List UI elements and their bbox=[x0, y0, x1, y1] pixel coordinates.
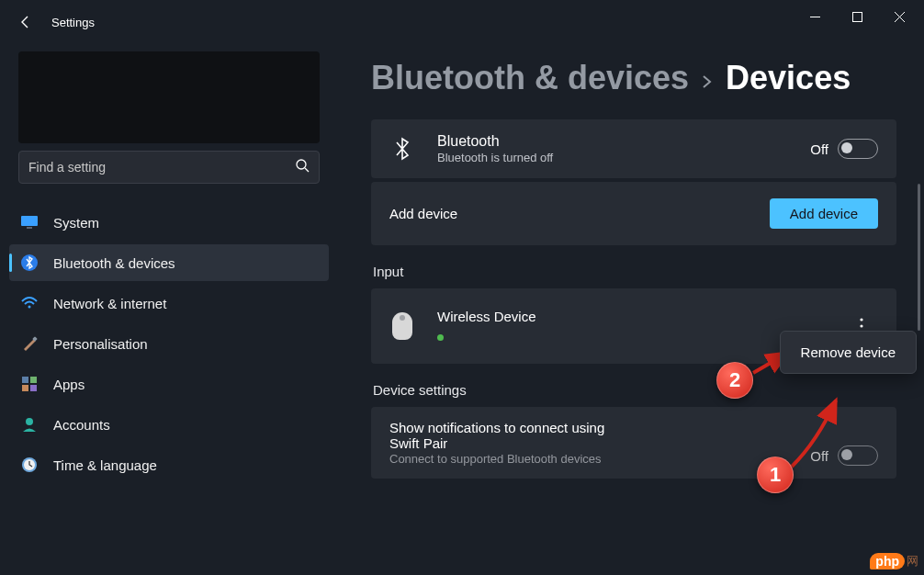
sidebar-item-network[interactable]: Network & internet bbox=[9, 285, 329, 321]
toggle-state-label: Off bbox=[810, 141, 828, 157]
mouse-icon bbox=[389, 312, 415, 340]
nav-list: System Bluetooth & devices Network & int… bbox=[9, 200, 329, 575]
close-button[interactable] bbox=[878, 2, 920, 31]
section-input-title: Input bbox=[373, 264, 896, 279]
content-pane: Bluetooth & devices Devices Bluetooth Bl… bbox=[338, 44, 924, 575]
sidebar-item-accounts[interactable]: Accounts bbox=[9, 406, 329, 443]
annotation-badge-1: 1 bbox=[757, 457, 794, 493]
remove-device-menu-item[interactable]: Remove device bbox=[784, 335, 912, 369]
sidebar-item-label: Network & internet bbox=[53, 296, 166, 311]
sidebar-item-system[interactable]: System bbox=[9, 204, 329, 241]
breadcrumb-current: Devices bbox=[726, 59, 851, 97]
bluetooth-toggle[interactable] bbox=[838, 139, 878, 159]
maximize-button[interactable] bbox=[836, 2, 878, 31]
scrollbar[interactable] bbox=[918, 184, 920, 331]
svg-rect-2 bbox=[21, 216, 38, 226]
add-device-label: Add device bbox=[389, 206, 770, 221]
svg-rect-9 bbox=[22, 385, 28, 391]
minimize-icon bbox=[810, 12, 820, 22]
search-box[interactable] bbox=[18, 151, 320, 184]
sidebar-item-label: Apps bbox=[53, 377, 85, 392]
svg-rect-8 bbox=[30, 377, 37, 383]
sidebar-item-label: Bluetooth & devices bbox=[53, 255, 175, 271]
apps-icon bbox=[20, 375, 39, 393]
search-icon bbox=[295, 158, 310, 176]
status-indicator bbox=[437, 334, 444, 341]
arrow-left-icon bbox=[18, 15, 33, 29]
sidebar-item-label: Personalisation bbox=[53, 336, 148, 352]
minimize-button[interactable] bbox=[794, 2, 836, 31]
svg-point-11 bbox=[26, 418, 33, 425]
app-title: Settings bbox=[51, 16, 95, 29]
bluetooth-icon bbox=[389, 137, 415, 161]
swift-pair-line1: Show notifications to connect using bbox=[389, 420, 810, 435]
swift-pair-sub: Connect to supported Bluetooth devices bbox=[389, 452, 810, 466]
add-device-button[interactable]: Add device bbox=[770, 198, 878, 229]
sidebar-item-personalisation[interactable]: Personalisation bbox=[9, 325, 329, 362]
back-button[interactable] bbox=[4, 0, 48, 44]
search-input[interactable] bbox=[28, 160, 295, 175]
chevron-right-icon bbox=[702, 73, 713, 94]
sidebar-item-label: Time & language bbox=[53, 457, 157, 473]
svg-rect-3 bbox=[27, 227, 32, 229]
monitor-icon bbox=[20, 213, 39, 231]
bluetooth-icon bbox=[20, 254, 39, 272]
svg-point-15 bbox=[860, 324, 862, 327]
svg-rect-0 bbox=[852, 12, 862, 21]
watermark: php网 bbox=[870, 553, 918, 569]
bluetooth-card: Bluetooth Bluetooth is turned off Off bbox=[371, 119, 896, 178]
sidebar-item-bluetooth-devices[interactable]: Bluetooth & devices bbox=[9, 244, 329, 281]
sidebar: System Bluetooth & devices Network & int… bbox=[0, 44, 338, 575]
person-icon bbox=[20, 415, 39, 434]
bluetooth-subtitle: Bluetooth is turned off bbox=[437, 151, 810, 164]
svg-rect-10 bbox=[30, 385, 37, 391]
close-icon bbox=[895, 12, 905, 22]
profile-area[interactable] bbox=[18, 51, 320, 143]
bluetooth-title: Bluetooth bbox=[437, 133, 810, 150]
svg-point-1 bbox=[297, 160, 306, 169]
annotation-badge-2: 2 bbox=[716, 362, 753, 399]
add-device-card: Add device Add device bbox=[371, 182, 896, 245]
clock-icon bbox=[20, 456, 39, 474]
annotation-arrow-1 bbox=[790, 395, 854, 472]
sidebar-item-time-language[interactable]: Time & language bbox=[9, 446, 329, 483]
sidebar-item-label: System bbox=[53, 215, 99, 231]
device-name: Wireless Device bbox=[437, 309, 845, 324]
titlebar: Settings bbox=[0, 0, 924, 44]
brush-icon bbox=[20, 334, 39, 353]
wifi-icon bbox=[20, 294, 39, 312]
svg-point-5 bbox=[28, 306, 31, 309]
sidebar-item-label: Accounts bbox=[53, 417, 110, 433]
breadcrumb: Bluetooth & devices Devices bbox=[371, 59, 896, 97]
sidebar-item-apps[interactable]: Apps bbox=[9, 366, 329, 402]
device-context-menu: Remove device bbox=[780, 331, 917, 374]
maximize-icon bbox=[852, 12, 862, 22]
breadcrumb-parent[interactable]: Bluetooth & devices bbox=[371, 59, 689, 97]
svg-point-14 bbox=[860, 318, 862, 321]
svg-rect-7 bbox=[22, 377, 28, 383]
swift-pair-line2: Swift Pair bbox=[389, 435, 810, 451]
